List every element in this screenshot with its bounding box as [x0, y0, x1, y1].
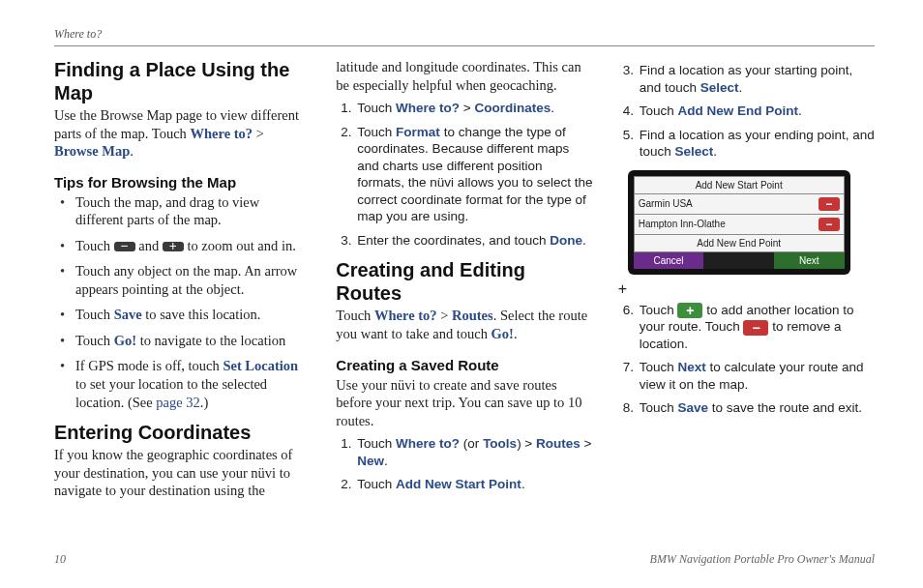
content-columns: Finding a Place Using the Map Use the Br…: [54, 58, 875, 506]
page-number: 10: [54, 552, 66, 567]
sr-step-2: Touch Add New Start Point.: [355, 476, 592, 493]
text: .: [798, 103, 802, 118]
device-row-end[interactable]: Add New End Point: [634, 235, 845, 252]
tip-save: Touch Save to save this location.: [60, 306, 311, 324]
device-screenshot: Add New Start Point Garmin USA− Hampton …: [618, 170, 875, 298]
para-coords: If you know the geographic coordinates o…: [54, 446, 311, 500]
link-where-to[interactable]: Where to?: [396, 101, 460, 115]
link-save[interactable]: Save: [114, 307, 142, 322]
text: .): [200, 395, 208, 410]
column-2: latitude and longitude coordinates. This…: [336, 58, 592, 506]
sr-step-7: Touch Next to calculate your route and v…: [638, 359, 875, 393]
link-where-to-3[interactable]: Where to?: [396, 436, 460, 451]
device-frame: Add New Start Point Garmin USA− Hampton …: [628, 170, 850, 275]
link-go[interactable]: Go!: [114, 333, 136, 348]
device-cancel-button[interactable]: Cancel: [634, 252, 704, 269]
text: to navigate to the location: [136, 333, 285, 348]
text: .: [739, 80, 743, 95]
link-done[interactable]: Done: [550, 233, 582, 248]
text: Touch: [357, 477, 396, 491]
device-label: Add New End Point: [697, 238, 781, 249]
para-routes: Touch Where to? > Routes. Select the rou…: [336, 307, 592, 342]
sr-step-8: Touch Save to save the route and exit.: [638, 399, 875, 417]
remove-icon[interactable]: −: [743, 320, 768, 336]
link-routes-2[interactable]: Routes: [536, 436, 581, 451]
tip-set-location: If GPS mode is off, touch Set Location t…: [60, 357, 311, 411]
device-label: Garmin USA: [639, 198, 693, 209]
link-coordinates[interactable]: Coordinates: [475, 101, 551, 115]
text: .: [514, 326, 518, 341]
running-header: Where to?: [54, 27, 875, 42]
text: Touch: [357, 125, 396, 139]
tip-touch-object: Touch any object on the map. An arrow ap…: [60, 262, 311, 298]
link-select-2[interactable]: Select: [674, 144, 713, 159]
link-go-2[interactable]: Go!: [491, 326, 514, 341]
text: Touch: [640, 400, 678, 415]
link-save[interactable]: Save: [677, 400, 708, 415]
tip-drag: Touch the map, and drag to view differen…: [60, 193, 311, 229]
text: .: [713, 144, 717, 159]
link-next[interactable]: Next: [677, 360, 705, 374]
text: Enter the coordinates, and touch: [357, 233, 550, 248]
text: >: [581, 436, 592, 451]
link-page32[interactable]: page 32: [156, 395, 200, 410]
device-footer-spacer: [703, 252, 774, 269]
device-row-start[interactable]: Add New Start Point: [634, 176, 845, 194]
text: Touch: [640, 103, 678, 118]
link-browse-map[interactable]: Browse Map: [54, 143, 130, 159]
sr-step-5: Find a location as your ending point, an…: [638, 127, 875, 161]
heading-finding-place: Finding a Place Using the Map: [54, 58, 311, 104]
link-set-location[interactable]: Set Location: [223, 358, 298, 373]
text: Touch: [75, 307, 114, 322]
device-add-icon[interactable]: +: [618, 280, 875, 298]
device-label: Add New Start Point: [696, 180, 783, 191]
link-add-start[interactable]: Add New Start Point: [396, 477, 521, 491]
coords-step-3: Enter the coordinates, and touch Done.: [355, 232, 592, 250]
link-add-end[interactable]: Add New End Point: [677, 103, 798, 118]
text: to change the type of coordinates. Becau…: [357, 125, 592, 224]
device-footer: Cancel Next: [634, 252, 845, 269]
add-icon[interactable]: +: [677, 303, 702, 318]
page: Where to? Finding a Place Using the Map …: [0, 0, 923, 588]
text: .: [521, 477, 525, 491]
text: Find a location as your starting point, …: [640, 63, 853, 95]
link-where-to-2[interactable]: Where to?: [374, 308, 437, 323]
remove-icon[interactable]: −: [819, 218, 840, 231]
link-tools[interactable]: Tools: [483, 436, 517, 451]
device-next-button[interactable]: Next: [774, 252, 845, 269]
link-format[interactable]: Format: [396, 125, 440, 139]
text: >: [253, 126, 264, 141]
link-where-to[interactable]: Where to?: [190, 126, 253, 141]
column-3: Find a location as your starting point, …: [618, 58, 875, 506]
para-coords-cont: latitude and longitude coordinates. This…: [336, 58, 592, 94]
device-row-garmin[interactable]: Garmin USA−: [634, 194, 845, 215]
coords-steps: Touch Where to? > Coordinates. Touch For…: [336, 100, 592, 249]
remove-icon[interactable]: −: [819, 197, 840, 211]
saved-route-steps-a: Touch Where to? (or Tools) > Routes > Ne…: [336, 435, 592, 493]
link-routes[interactable]: Routes: [452, 308, 493, 323]
text: .: [130, 143, 134, 159]
plus-icon: +: [163, 242, 184, 251]
text: >: [460, 101, 474, 115]
heading-tips: Tips for Browsing the Map: [54, 174, 311, 191]
para-saved-route: Use your nüvi to create and save routes …: [336, 376, 592, 430]
sr-step-6: Touch + to add another location to your …: [638, 302, 875, 353]
text: Touch: [75, 333, 114, 348]
saved-route-steps-b: Find a location as your starting point, …: [618, 62, 875, 161]
tips-list: Touch the map, and drag to view differen…: [60, 193, 311, 411]
heading-entering-coords: Entering Coordinates: [54, 421, 311, 444]
column-1: Finding a Place Using the Map Use the Br…: [54, 58, 311, 506]
manual-title: BMW Navigation Portable Pro Owner's Manu…: [650, 552, 875, 567]
device-row-hampton[interactable]: Hampton Inn-Olathe−: [634, 215, 845, 235]
heading-saved-route: Creating a Saved Route: [336, 357, 592, 373]
text: If GPS mode is off, touch: [75, 358, 223, 373]
heading-creating-routes: Creating and Editing Routes: [336, 258, 592, 305]
coords-step-1: Touch Where to? > Coordinates.: [355, 100, 592, 117]
text: (or: [460, 436, 483, 451]
saved-route-steps-c: Touch + to add another location to your …: [618, 302, 875, 417]
text: ) >: [517, 436, 536, 451]
link-select-1[interactable]: Select: [700, 80, 739, 95]
coords-step-2: Touch Format to change the type of coord…: [355, 124, 592, 225]
text: Touch: [357, 436, 396, 451]
link-new[interactable]: New: [357, 454, 384, 468]
